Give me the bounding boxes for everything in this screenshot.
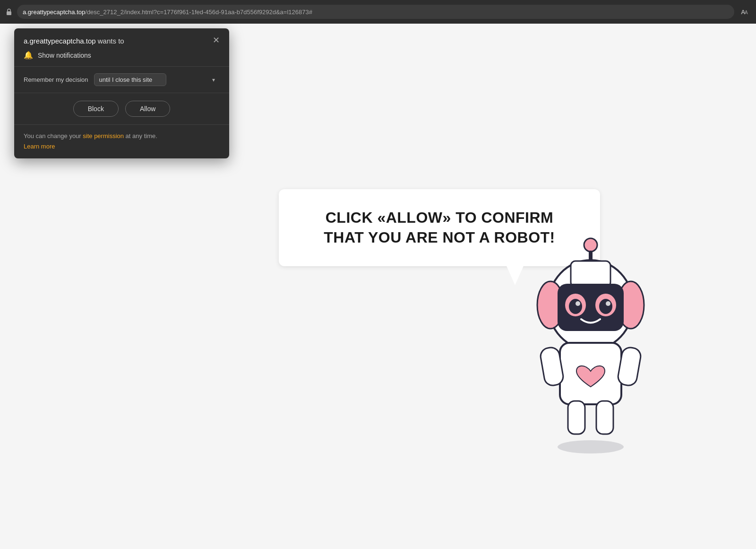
robot-svg <box>520 232 662 459</box>
popup-title: a.greattypecaptcha.top wants to <box>24 37 213 45</box>
svg-point-15 <box>606 301 610 306</box>
robot-illustration <box>520 232 662 468</box>
permission-popup: a.greattypecaptcha.top wants to 🔔 Show n… <box>14 28 229 158</box>
notification-row: 🔔 Show notifications <box>24 51 213 60</box>
svg-point-11 <box>569 299 582 314</box>
bell-icon: 🔔 <box>24 51 33 60</box>
decision-dropdown-wrap: until I close this site Forever Never <box>94 73 220 86</box>
allow-button[interactable]: Allow <box>125 101 170 117</box>
svg-rect-20 <box>596 401 613 434</box>
site-permission-link[interactable]: site permission <box>83 132 124 139</box>
url-path: /desc_2712_2/index.html?c=1776f961-1fed-… <box>85 9 312 16</box>
notification-text: Show notifications <box>38 52 91 59</box>
svg-point-3 <box>584 238 597 252</box>
svg-rect-8 <box>571 261 610 287</box>
close-button[interactable]: ✕ <box>213 36 220 44</box>
address-bar[interactable]: a.greattypecaptcha.top /desc_2712_2/inde… <box>17 5 734 19</box>
svg-point-21 <box>558 440 624 453</box>
popup-domain: a.greattypecaptcha.top <box>24 37 96 45</box>
block-button[interactable]: Block <box>73 101 119 117</box>
popup-header: a.greattypecaptcha.top wants to 🔔 Show n… <box>14 28 229 67</box>
popup-footer: You can change your site permission at a… <box>14 125 229 158</box>
svg-text:A: A <box>745 10 748 15</box>
footer-text: You can change your site permission at a… <box>24 132 157 139</box>
learn-more-link[interactable]: Learn more <box>24 143 220 150</box>
browser-toolbar: a.greattypecaptcha.top /desc_2712_2/inde… <box>0 0 756 24</box>
svg-point-14 <box>599 299 612 314</box>
svg-point-12 <box>576 301 580 306</box>
page-content: a.greattypecaptcha.top wants to 🔔 Show n… <box>0 24 756 549</box>
popup-buttons: Block Allow <box>14 93 229 125</box>
decision-label: Remember my decision <box>24 76 88 83</box>
lock-icon <box>6 9 12 15</box>
decision-dropdown[interactable]: until I close this site Forever Never <box>94 73 166 86</box>
decision-row: Remember my decision until I close this … <box>14 67 229 93</box>
url-domain: a.greattypecaptcha.top <box>23 9 85 16</box>
svg-rect-19 <box>568 401 585 434</box>
translate-icon[interactable]: A A <box>739 6 750 17</box>
svg-rect-0 <box>7 11 11 15</box>
